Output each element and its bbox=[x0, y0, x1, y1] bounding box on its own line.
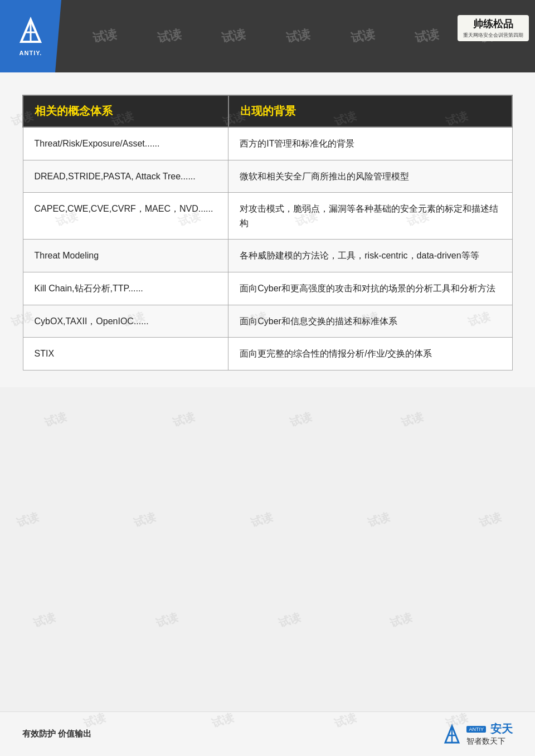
page-wm-16: 试读 bbox=[171, 409, 197, 431]
table-cell-right-1: 微软和相关安全厂商所推出的风险管理模型 bbox=[228, 160, 512, 193]
header-logo-right: 帅练松品 重天网络安全会训营第四期 bbox=[457, 6, 529, 50]
page-wm-17: 试读 bbox=[288, 409, 314, 431]
table-cell-left-6: STIX bbox=[23, 338, 228, 370]
main-content: 相关的概念体系 出现的背景 Threat/Risk/Exposure/Asset… bbox=[0, 72, 535, 387]
footer: 有效防护 价值输出 ANTIY 安天 智者数天下 bbox=[0, 711, 535, 756]
table-cell-left-4: Kill Chain,钻石分析,TTP...... bbox=[23, 272, 228, 305]
table-cell-left-0: Threat/Risk/Exposure/Asset...... bbox=[23, 127, 228, 160]
table-cell-left-5: CybOX,TAXII，OpenIOC...... bbox=[23, 305, 228, 338]
table-row: CybOX,TAXII，OpenIOC......面向Cyber和信息交换的描述… bbox=[23, 305, 512, 338]
footer-brand: 安天 bbox=[490, 721, 513, 737]
wm-5: 试读 bbox=[349, 26, 376, 46]
page-wm-21: 试读 bbox=[249, 509, 275, 531]
brand-box: 帅练松品 重天网络安全会训营第四期 bbox=[458, 15, 529, 41]
wm-2: 试读 bbox=[155, 26, 183, 46]
footer-tagline: 有效防护 价值输出 bbox=[22, 729, 91, 739]
footer-logo: ANTIY 安天 智者数天下 bbox=[441, 721, 513, 747]
brand-sub: 重天网络安全会训营第四期 bbox=[463, 32, 523, 39]
table-row: CAPEC,CWE,CVE,CVRF，MAEC，NVD......对攻击模式，脆… bbox=[23, 193, 512, 240]
page-wm-20: 试读 bbox=[132, 509, 158, 531]
wm-6: 试读 bbox=[414, 26, 441, 46]
page-wm-26: 试读 bbox=[277, 609, 303, 631]
footer-brand-sub: 智者数天下 bbox=[466, 737, 505, 747]
table-cell-right-5: 面向Cyber和信息交换的描述和标准体系 bbox=[228, 305, 512, 338]
table-cell-left-3: Threat Modeling bbox=[23, 240, 228, 272]
page-wm-22: 试读 bbox=[366, 509, 392, 531]
header: ANTIY. 试读 试读 试读 试读 试读 试读 试读 帅练松品 重天网络安全会… bbox=[0, 0, 535, 72]
brand-name: 帅练松品 bbox=[473, 17, 513, 31]
col1-header: 相关的概念体系 bbox=[23, 95, 228, 127]
page-wm-23: 试读 bbox=[478, 509, 504, 531]
logo-box: ANTIY. bbox=[0, 0, 61, 72]
page-wm-18: 试读 bbox=[400, 409, 426, 431]
footer-logo-icon bbox=[441, 723, 463, 745]
logo-text: ANTIY. bbox=[20, 50, 42, 56]
page-wm-25: 试读 bbox=[154, 609, 181, 631]
page-wm-27: 试读 bbox=[388, 609, 415, 631]
table-row: Threat Modeling各种威胁建模的方法论，工具，risk-centri… bbox=[23, 240, 512, 272]
table-row: STIX面向更完整的综合性的情报分析/作业/交换的体系 bbox=[23, 338, 512, 370]
page-wm-24: 试读 bbox=[32, 609, 58, 631]
concepts-table: 相关的概念体系 出现的背景 Threat/Risk/Exposure/Asset… bbox=[22, 95, 513, 370]
col2-header: 出现的背景 bbox=[228, 95, 512, 127]
page-wm-15: 试读 bbox=[43, 409, 69, 431]
wm-1: 试读 bbox=[91, 26, 119, 46]
table-cell-left-1: DREAD,STRIDE,PASTA, Attack Tree...... bbox=[23, 160, 228, 193]
table-row: Kill Chain,钻石分析,TTP......面向Cyber和更高强度的攻击… bbox=[23, 272, 512, 305]
table-cell-right-3: 各种威胁建模的方法论，工具，risk-centric，data-driven等等 bbox=[228, 240, 512, 272]
table-cell-right-2: 对攻击模式，脆弱点，漏洞等各种基础的安全元素的标定和描述结构 bbox=[228, 193, 512, 240]
footer-right: ANTIY 安天 智者数天下 bbox=[441, 721, 513, 747]
page-wm-19: 试读 bbox=[15, 509, 41, 531]
table-cell-right-4: 面向Cyber和更高强度的攻击和对抗的场景的分析工具和分析方法 bbox=[228, 272, 512, 305]
table-row: Threat/Risk/Exposure/Asset......西方的IT管理和… bbox=[23, 127, 512, 160]
antiy-badge: ANTIY bbox=[466, 726, 486, 733]
wm-3: 试读 bbox=[220, 26, 247, 46]
table-cell-right-6: 面向更完整的综合性的情报分析/作业/交换的体系 bbox=[228, 338, 512, 370]
table-cell-left-2: CAPEC,CWE,CVE,CVRF，MAEC，NVD...... bbox=[23, 193, 228, 240]
table-cell-right-0: 西方的IT管理和标准化的背景 bbox=[228, 127, 512, 160]
table-row: DREAD,STRIDE,PASTA, Attack Tree......微软和… bbox=[23, 160, 512, 193]
antiy-logo-icon bbox=[16, 17, 46, 47]
wm-4: 试读 bbox=[285, 26, 312, 46]
